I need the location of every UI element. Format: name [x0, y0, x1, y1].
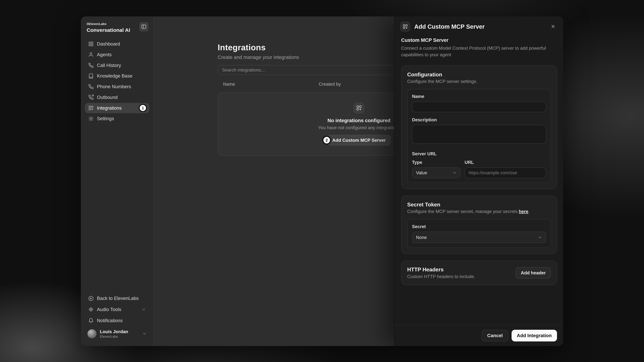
audio-tools-label: Audio Tools: [97, 307, 121, 312]
secret-token-title: Secret Token: [407, 202, 551, 208]
integrations-icon: [88, 105, 94, 111]
configuration-subtitle: Configure the MCP server settings.: [407, 79, 551, 84]
book-icon: [88, 73, 94, 79]
sidebar-item-dashboard[interactable]: Dashboard: [85, 39, 149, 49]
http-headers-subtitle: Custom HTTP headers to include.: [407, 274, 475, 279]
sidebar-item-outbound[interactable]: Outbound: [85, 92, 149, 102]
phone-history-icon: [88, 63, 94, 68]
sidebar-spacer: [85, 124, 149, 293]
sidebar-item-label: Settings: [97, 116, 114, 121]
secret-subtitle-period: .: [528, 209, 530, 214]
panel-toggle-icon: [141, 24, 146, 29]
sidebar-item-label: Dashboard: [97, 41, 120, 47]
waveform-icon: [88, 307, 94, 312]
empty-state-title: No integrations configured: [328, 118, 390, 123]
back-to-elevenlabs-link[interactable]: Back to ElevenLabs: [85, 293, 149, 304]
sidebar-item-label: Agents: [97, 52, 112, 57]
desktop-background: IIElevenLabs Conversational AI Dashboard…: [0, 0, 644, 362]
user-menu[interactable]: Louis Jordan ElevenLabs: [85, 327, 149, 341]
url-label: URL: [464, 160, 546, 165]
sidebar-item-integrations[interactable]: Integrations 1: [85, 103, 149, 113]
sidebar-item-label: Phone Numbers: [97, 84, 131, 89]
secret-token-subtitle: Configure the MCP server secret, manage …: [407, 209, 551, 214]
app-window: IIElevenLabs Conversational AI Dashboard…: [81, 16, 563, 346]
http-headers-card: HTTP Headers Custom HTTP headers to incl…: [401, 261, 557, 285]
secret-select[interactable]: None: [412, 232, 546, 243]
server-url-label: Server URL: [412, 151, 546, 156]
type-select[interactable]: Value: [412, 167, 460, 178]
sidebar-header: IIElevenLabs Conversational AI: [85, 21, 149, 33]
sidebar-item-label: Knowledge Base: [97, 73, 132, 79]
add-mcp-server-drawer: Add Custom MCP Server ✕ Custom MCP Serve…: [394, 16, 563, 346]
http-headers-texts: HTTP Headers Custom HTTP headers to incl…: [407, 267, 475, 279]
add-integration-button[interactable]: Add Integration: [512, 330, 557, 342]
drawer-description: Connect a custom Model Context Protocol …: [401, 45, 557, 58]
sidebar-item-label: Integrations: [97, 105, 122, 111]
gear-icon: [88, 116, 94, 121]
sidebar-item-call-history[interactable]: Call History: [85, 60, 149, 70]
drawer-footer: Cancel Add Integration: [394, 325, 563, 346]
drawer-intro: Custom MCP Server Connect a custom Model…: [394, 36, 563, 62]
drawer-heading: Custom MCP Server: [401, 37, 557, 43]
type-field: Type Value: [412, 160, 460, 178]
sidebar-item-label: Call History: [97, 63, 121, 68]
add-custom-mcp-server-button[interactable]: Add Custom MCP Server: [327, 135, 391, 146]
back-link-label: Back to ElevenLabs: [97, 296, 139, 301]
description-label: Description: [412, 117, 546, 122]
notifications-item[interactable]: Notifications: [85, 316, 149, 326]
configuration-fields: Name Description Server URL Type Value: [407, 89, 551, 183]
bell-icon: [88, 318, 94, 323]
step-badge-1: 1: [140, 105, 146, 111]
mcp-server-icon: [400, 22, 410, 31]
server-url-row: Type Value URL: [412, 160, 546, 178]
chevron-down-icon: [538, 235, 542, 240]
sidebar-item-settings[interactable]: Settings: [85, 113, 149, 124]
configuration-card: Configuration Configure the MCP server s…: [401, 65, 557, 189]
column-header-created-by: Created by: [319, 81, 341, 87]
user-info: Louis Jordan ElevenLabs: [100, 329, 128, 339]
sidebar-item-agents[interactable]: Agents: [85, 49, 149, 60]
secret-select-value: None: [416, 235, 427, 240]
url-field: URL: [464, 160, 546, 178]
integrations-empty-icon: [354, 103, 364, 113]
type-select-value: Value: [416, 170, 427, 175]
notifications-label: Notifications: [97, 318, 123, 323]
brand-block: IIElevenLabs Conversational AI: [87, 22, 130, 33]
sidebar-collapse-button[interactable]: [140, 22, 148, 31]
sidebar-item-knowledge-base[interactable]: Knowledge Base: [85, 71, 149, 81]
column-header-name: Name: [223, 81, 319, 87]
chevron-down-icon: [142, 307, 146, 312]
drawer-header: Add Custom MCP Server ✕: [394, 16, 563, 36]
empty-action-wrap: 2 Add Custom MCP Server: [327, 135, 391, 146]
sidebar-footer: Back to ElevenLabs Audio Tools Notificat…: [85, 293, 149, 341]
secret-token-card: Secret Token Configure the MCP server se…: [401, 196, 557, 254]
secret-fields: Secret None: [407, 219, 551, 248]
sidebar-item-phone-numbers[interactable]: Phone Numbers: [85, 81, 149, 92]
empty-state-subtitle: You have not configured any integrations: [318, 125, 400, 130]
main-content: Integrations Create and manage your inte…: [154, 16, 563, 346]
sidebar: IIElevenLabs Conversational AI Dashboard…: [81, 16, 154, 346]
sidebar-nav: Dashboard Agents Call History Knowledge …: [85, 39, 149, 124]
phone-icon: [88, 84, 94, 89]
elevenlabs-logo: IIElevenLabs: [87, 22, 130, 26]
url-input[interactable]: [464, 167, 546, 178]
description-input[interactable]: [412, 125, 546, 144]
app-title: Conversational AI: [87, 27, 130, 33]
chevron-down-icon: [452, 171, 456, 175]
secret-label: Secret: [412, 224, 546, 229]
name-input[interactable]: [412, 102, 546, 112]
audio-tools-item[interactable]: Audio Tools: [85, 304, 149, 315]
user-org: ElevenLabs: [100, 335, 128, 339]
manage-secrets-link[interactable]: here: [519, 209, 528, 214]
cancel-button[interactable]: Cancel: [482, 330, 508, 342]
close-icon[interactable]: ✕: [549, 22, 557, 31]
configuration-title: Configuration: [407, 71, 551, 78]
user-icon: [88, 52, 94, 57]
arrow-left-circle-icon: [88, 296, 94, 301]
drawer-title: Add Custom MCP Server: [414, 23, 484, 30]
add-header-button[interactable]: Add header: [516, 267, 551, 279]
phone-outgoing-icon: [88, 95, 94, 100]
user-name: Louis Jordan: [100, 329, 128, 335]
secret-subtitle-text: Configure the MCP server secret, manage …: [407, 209, 519, 214]
avatar: [88, 329, 96, 338]
